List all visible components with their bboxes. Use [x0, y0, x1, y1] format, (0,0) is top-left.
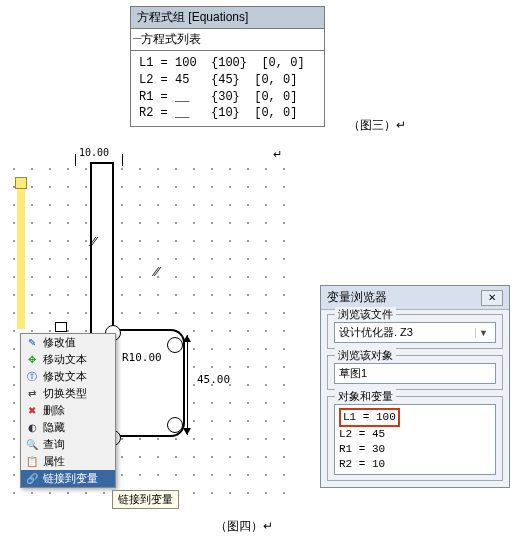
variable-row[interactable]: L2 = 45 [339, 427, 491, 442]
context-menu-tooltip: 链接到变量 [112, 490, 179, 509]
object-field[interactable]: 草图1 [334, 363, 496, 384]
menu-item-label: 隐藏 [43, 420, 65, 435]
menu-item-move-text[interactable]: ✥移动文本 [21, 351, 115, 368]
delete-icon: ✖ [25, 404, 39, 418]
right-dimension-line [187, 335, 188, 435]
radius-handle-icon[interactable] [167, 417, 183, 433]
variable-row[interactable]: L1 = 100 [339, 408, 491, 427]
file-dropdown[interactable]: 设计优化器. Z3 ▼ [334, 322, 496, 343]
top-dimension-value[interactable]: 10.00 [79, 147, 109, 158]
constraint-marker-icon [55, 322, 67, 332]
menu-item-label: 移动文本 [43, 352, 87, 367]
radius-dimension-value[interactable]: R10.00 [122, 351, 162, 364]
equations-panel-title: 方程式组 [Equations] [131, 7, 324, 29]
edit-value-icon: ✎ [25, 336, 39, 350]
edit-text-icon: Ⓣ [25, 370, 39, 384]
hide-icon: ◐ [25, 421, 39, 435]
menu-item-hide[interactable]: ◐隐藏 [21, 419, 115, 436]
context-menu: ✎修改值✥移动文本Ⓣ修改文本⇄切换类型✖删除◐隐藏🔍查询📋属性🔗链接到变量 [20, 333, 116, 488]
browse-file-label: 浏览该文件 [335, 307, 396, 322]
link-to-var-icon: 🔗 [25, 472, 39, 486]
equations-list: L1 = 100 {100} [0, 0] L2 = 45 {45} [0, 0… [131, 51, 324, 126]
menu-item-label: 链接到变量 [43, 471, 98, 486]
menu-item-property[interactable]: 📋属性 [21, 453, 115, 470]
property-icon: 📋 [25, 455, 39, 469]
menu-item-toggle-type[interactable]: ⇄切换类型 [21, 385, 115, 402]
menu-item-query[interactable]: 🔍查询 [21, 436, 115, 453]
menu-item-label: 属性 [43, 454, 65, 469]
menu-item-label: 切换类型 [43, 386, 87, 401]
file-dropdown-value: 设计优化器. Z3 [339, 325, 413, 340]
break-mark-icon: ⁄⁄ [155, 265, 167, 277]
menu-item-label: 修改值 [43, 335, 76, 350]
equations-list-label: 方程式列表 [131, 29, 324, 51]
menu-item-edit-value[interactable]: ✎修改值 [21, 334, 115, 351]
menu-item-link-to-var[interactable]: 🔗链接到变量 [21, 470, 115, 487]
equations-panel: 方程式组 [Equations] 方程式列表 L1 = 100 {100} [0… [130, 6, 325, 127]
return-glyph: ↵ [396, 118, 406, 132]
variable-browser-title: 变量浏览器 [327, 289, 387, 306]
object-and-vars-label: 对象和变量 [335, 389, 396, 404]
toggle-type-icon: ⇄ [25, 387, 39, 401]
figure-four-label: （图四）↵ [215, 518, 273, 535]
dimension-handle[interactable] [17, 179, 25, 329]
return-glyph: ↵ [263, 519, 273, 533]
browse-object-label: 浏览该对象 [335, 348, 396, 363]
variable-row[interactable]: R2 = 10 [339, 457, 491, 472]
figure-three-label: （图三）↵ [348, 117, 406, 134]
menu-item-delete[interactable]: ✖删除 [21, 402, 115, 419]
close-icon[interactable]: ✕ [481, 290, 503, 306]
menu-item-label: 删除 [43, 403, 65, 418]
query-icon: 🔍 [25, 438, 39, 452]
variable-browser-panel: 变量浏览器 ✕ 浏览该文件 设计优化器. Z3 ▼ 浏览该对象 草图1 对象和变… [320, 285, 510, 488]
chevron-down-icon[interactable]: ▼ [475, 328, 491, 338]
menu-item-label: 查询 [43, 437, 65, 452]
variable-row[interactable]: R1 = 30 [339, 442, 491, 457]
right-dimension-value[interactable]: 45.00 [197, 373, 230, 386]
menu-item-edit-text[interactable]: Ⓣ修改文本 [21, 368, 115, 385]
radius-handle-icon[interactable] [167, 337, 183, 353]
break-mark-icon: ⁄⁄ [92, 235, 104, 247]
move-text-icon: ✥ [25, 353, 39, 367]
variables-list[interactable]: L1 = 100L2 = 45R1 = 30R2 = 10 [334, 404, 496, 475]
menu-item-label: 修改文本 [43, 369, 87, 384]
